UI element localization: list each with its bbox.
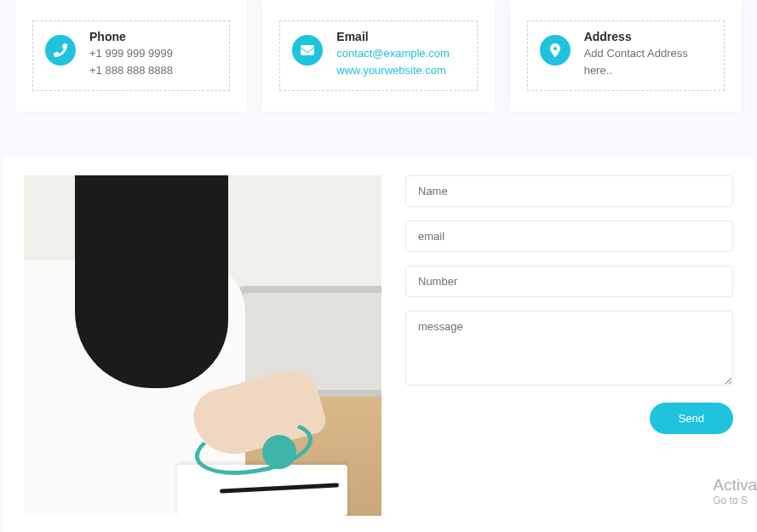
contact-cards-row: Phone +1 999 999 9999 +1 888 888 8888 Em… [0,0,757,112]
email-card: Email contact@example.com www.yourwebsit… [262,0,494,112]
watermark-title: Activa [713,476,757,495]
watermark-subtitle: Go to S [713,495,757,506]
email-card-inner: Email contact@example.com www.yourwebsit… [279,20,477,91]
number-input[interactable] [405,266,733,297]
phone-title: Phone [89,30,173,43]
address-card: Address Add Contact Address here.. [510,0,742,112]
contact-form: Send [405,175,733,516]
map-pin-icon [540,35,571,66]
address-card-inner: Address Add Contact Address here.. [527,20,725,91]
phone-card-inner: Phone +1 999 999 9999 +1 888 888 8888 [32,20,230,91]
address-line1: Add Contact Address here.. [584,45,712,78]
phone-line1: +1 999 999 9999 [89,45,173,62]
address-card-text: Address Add Contact Address here.. [584,30,712,78]
email-link[interactable]: contact@example.com [336,45,449,62]
email-card-text: Email contact@example.com www.yourwebsit… [336,30,449,78]
send-button[interactable]: Send [650,403,733,434]
phone-icon [45,35,76,66]
website-link[interactable]: www.yourwebsite.com [336,62,449,79]
email-input[interactable] [405,220,733,252]
phone-card-text: Phone +1 999 999 9999 +1 888 888 8888 [89,30,173,78]
activation-watermark: Activa Go to S [713,476,757,506]
phone-card: Phone +1 999 999 9999 +1 888 888 8888 [15,0,247,112]
message-textarea[interactable] [405,311,733,386]
name-input[interactable] [405,175,733,207]
phone-line2: +1 888 888 8888 [89,62,173,79]
contact-image [24,175,381,516]
envelope-icon [292,35,323,66]
email-title: Email [336,30,449,43]
address-title: Address [584,30,712,43]
contact-form-section: Send [3,157,754,532]
